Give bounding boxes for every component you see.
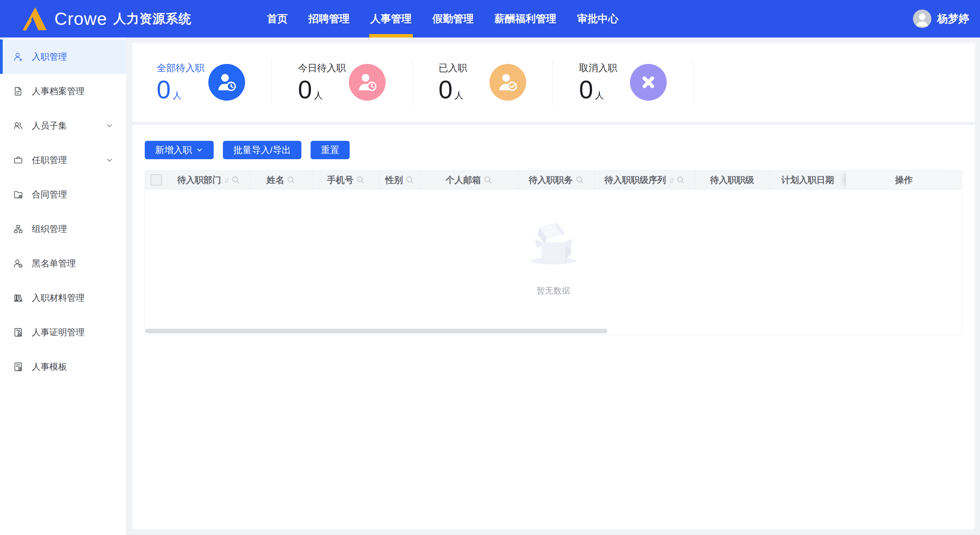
sort-icon[interactable]: ↓↑ <box>669 176 672 184</box>
table-body-empty-state: 暂无数据 <box>145 189 962 327</box>
sidebar-item-label: 组织管理 <box>32 223 67 235</box>
user-name: 杨梦婷 <box>937 11 969 26</box>
column-header-name[interactable]: 姓名 <box>250 171 312 189</box>
onboarding-table: 待入职部门 ↓↑ 姓名 手机号 <box>145 170 962 335</box>
toolbar-button-label: 批量导入/导出 <box>233 144 291 156</box>
horizontal-scrollbar <box>145 327 962 335</box>
sidebar-item-icon <box>13 86 23 96</box>
column-title: 待入职职级 <box>710 174 754 186</box>
toolbar-button-add-onboarding[interactable]: 新增入职 <box>145 141 214 159</box>
sidebar-item-onboarding[interactable]: 入职管理 <box>0 39 126 74</box>
stat-value: 0 <box>298 77 312 103</box>
toolbar-button-label: 新增入职 <box>155 144 192 156</box>
sidebar-item-hr-certificate[interactable]: 人事证明管理 <box>0 315 126 349</box>
stat-value: 0 <box>157 77 171 103</box>
sidebar-item-label: 合同管理 <box>32 189 67 201</box>
stat-icon-x-mark <box>630 64 667 101</box>
column-title: 手机号 <box>327 174 353 186</box>
sidebar-item-contract[interactable]: 合同管理 <box>0 177 126 212</box>
stat-icon-user-clock <box>208 64 245 101</box>
stat-label: 今日待入职 <box>298 62 346 74</box>
sidebar: 入职管理 人事档案管理 人员子集 任职管理 合同管理 组织管理 <box>0 38 126 535</box>
column-header-planned-date[interactable]: 计划入职日期 <box>770 171 846 189</box>
stat-unit: 人 <box>595 90 604 101</box>
nav-item-recruitment[interactable]: 招聘管理 <box>298 0 360 38</box>
sidebar-item-employment[interactable]: 任职管理 <box>0 143 126 177</box>
column-header-gender[interactable]: 性别 <box>380 171 420 189</box>
nav-item-label: 人事管理 <box>370 12 412 26</box>
sidebar-item-personnel-subset[interactable]: 人员子集 <box>0 108 126 143</box>
search-icon[interactable] <box>231 176 240 184</box>
sidebar-item-label: 人事档案管理 <box>32 85 85 97</box>
sidebar-item-onboarding-materials[interactable]: 入职材料管理 <box>0 281 126 315</box>
nav-item-approval[interactable]: 审批中心 <box>567 0 629 38</box>
user-menu[interactable]: 杨梦婷 <box>913 10 969 28</box>
search-icon[interactable] <box>287 176 295 184</box>
column-title: 操作 <box>895 174 913 186</box>
nav-item-home[interactable]: 首页 <box>257 0 298 38</box>
stat-icon-user-check <box>489 64 526 101</box>
column-title: 姓名 <box>267 174 284 186</box>
sidebar-item-icon <box>13 189 23 200</box>
column-header-department[interactable]: 待入职部门 ↓↑ <box>167 171 250 189</box>
sidebar-item-label: 任职管理 <box>32 154 67 166</box>
sidebar-item-icon <box>13 362 23 372</box>
stats-panel: 全部待入职 0 人 今日待入职 0 人 <box>132 43 975 122</box>
sidebar-item-label: 黑名单管理 <box>32 258 76 269</box>
onboarding-table-panel: 新增入职 批量导入/导出 重置 <box>132 125 975 529</box>
sidebar-item-label: 人事证明管理 <box>32 326 85 338</box>
sidebar-item-label: 人事模板 <box>32 361 67 373</box>
sidebar-item-organization[interactable]: 组织管理 <box>0 212 126 246</box>
nav-item-attendance[interactable]: 假勤管理 <box>422 0 484 38</box>
column-title: 计划入职日期 <box>781 174 834 186</box>
stat-value: 0 <box>438 77 453 103</box>
sidebar-item-icon <box>13 293 23 303</box>
sidebar-item-icon <box>13 52 23 62</box>
toolbar-button-label: 重置 <box>321 144 339 156</box>
empty-box-illustration <box>525 220 582 266</box>
nav-item-label: 审批中心 <box>577 12 618 26</box>
nav-item-label: 招聘管理 <box>308 12 350 26</box>
stat-card-today-pending: 今日待入职 0 人 <box>272 43 412 122</box>
stat-label: 已入职 <box>438 62 467 74</box>
user-avatar-icon[interactable] <box>913 10 931 28</box>
stat-unit: 人 <box>314 90 323 101</box>
column-header-position[interactable]: 待入职职务 <box>518 171 595 189</box>
stat-value: 0 <box>579 77 593 103</box>
search-icon[interactable] <box>356 176 365 184</box>
column-header-email[interactable]: 个人邮箱 <box>420 171 518 189</box>
column-header-rank-series[interactable]: 待入职职级序列 ↓↑ <box>595 171 695 189</box>
table-header-row: 待入职部门 ↓↑ 姓名 手机号 <box>145 171 962 189</box>
stat-icon-user-clock <box>349 64 386 101</box>
nav-item-label: 首页 <box>267 12 288 26</box>
column-header-rank[interactable]: 待入职职级 <box>695 171 770 189</box>
nav-item-label: 薪酬福利管理 <box>494 12 556 26</box>
search-icon[interactable] <box>676 176 685 184</box>
chevron-down-icon <box>105 156 114 164</box>
crowe-logo-icon <box>20 7 47 31</box>
column-header-phone[interactable]: 手机号 <box>312 171 380 189</box>
sidebar-item-blacklist[interactable]: 黑名单管理 <box>0 246 126 281</box>
search-icon[interactable] <box>406 176 414 184</box>
sidebar-item-personnel-files[interactable]: 人事档案管理 <box>0 74 126 108</box>
sidebar-item-label: 人员子集 <box>32 120 67 132</box>
toolbar-button-reset[interactable]: 重置 <box>311 141 350 159</box>
search-icon[interactable] <box>576 176 584 184</box>
search-icon[interactable] <box>484 176 492 184</box>
horizontal-scrollbar-thumb[interactable] <box>145 329 607 333</box>
nav-item-label: 假勤管理 <box>432 12 474 26</box>
stat-unit: 人 <box>173 90 182 101</box>
sidebar-item-hr-template[interactable]: 人事模板 <box>0 349 126 384</box>
sidebar-item-label: 入职管理 <box>32 51 67 63</box>
nav-item-hr[interactable]: 人事管理 <box>360 0 422 38</box>
stat-card-onboarded: 已入职 0 人 <box>412 43 553 122</box>
chevron-down-icon <box>196 146 203 154</box>
nav-item-payroll[interactable]: 薪酬福利管理 <box>484 0 567 38</box>
stat-card-cancelled: 取消入职 0 人 <box>553 43 694 122</box>
nav-menu: 首页 招聘管理 人事管理 假勤管理 薪酬福利管理 审批中心 <box>257 0 629 38</box>
column-header-actions[interactable]: 操作 <box>846 171 962 189</box>
select-all-checkbox[interactable] <box>151 174 162 186</box>
column-title: 性别 <box>385 174 403 186</box>
toolbar-button-batch-import-export[interactable]: 批量导入/导出 <box>223 141 301 159</box>
sort-icon[interactable]: ↓↑ <box>224 176 227 184</box>
